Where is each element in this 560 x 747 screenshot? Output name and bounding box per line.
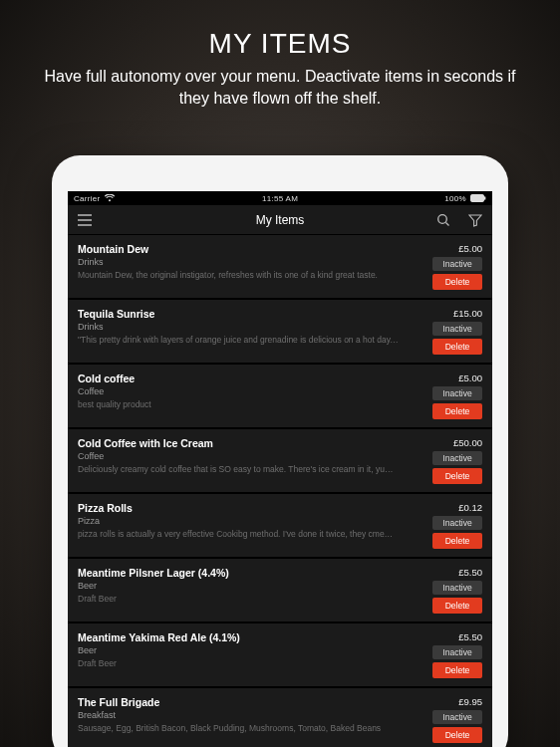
item-info: Cold Coffee with Ice CreamCoffeeDeliciou… bbox=[78, 437, 407, 484]
list-item[interactable]: Meantime Yakima Red Ale (4.1%)BeerDraft … bbox=[68, 623, 492, 686]
battery-icon bbox=[470, 194, 486, 202]
svg-point-2 bbox=[438, 214, 447, 223]
delete-button[interactable]: Delete bbox=[432, 662, 482, 678]
list-item[interactable]: The Full BrigadeBreakfastSausage, Egg, B… bbox=[68, 688, 492, 747]
item-price: £5.00 bbox=[458, 373, 482, 383]
item-actions: £5.00InactiveDelete bbox=[407, 373, 482, 419]
wifi-icon bbox=[105, 194, 115, 202]
item-info: Meantime Yakima Red Ale (4.1%)BeerDraft … bbox=[78, 631, 407, 678]
clock-label: 11:55 AM bbox=[262, 194, 298, 203]
item-description: Draft Beer bbox=[78, 658, 399, 668]
item-actions: £0.12InactiveDelete bbox=[407, 502, 482, 549]
list-item[interactable]: Cold coffeeCoffeebest quality product£5.… bbox=[68, 365, 492, 427]
item-info: Mountain DewDrinksMountain Dew, the orig… bbox=[78, 243, 407, 290]
item-price: £5.00 bbox=[458, 243, 482, 254]
item-category: Coffee bbox=[78, 451, 399, 461]
list-item[interactable]: Tequila SunriseDrinks"This pretty drink … bbox=[68, 300, 492, 363]
status-badge[interactable]: Inactive bbox=[432, 257, 482, 271]
item-info: The Full BrigadeBreakfastSausage, Egg, B… bbox=[78, 696, 407, 743]
item-description: pizza rolls is actually a very effective… bbox=[78, 529, 399, 539]
item-name: The Full Brigade bbox=[78, 696, 399, 708]
filter-icon[interactable] bbox=[466, 211, 484, 229]
status-badge[interactable]: Inactive bbox=[432, 451, 482, 465]
status-badge[interactable]: Inactive bbox=[432, 581, 482, 595]
promo-header: MY ITEMS Have full autonomy over your me… bbox=[0, 0, 560, 119]
item-actions: £5.50InactiveDelete bbox=[407, 631, 482, 678]
status-bar: Carrier 11:55 AM 100% bbox=[68, 191, 492, 205]
item-category: Drinks bbox=[78, 322, 399, 332]
tablet-frame: Carrier 11:55 AM 100% My Items bbox=[52, 155, 508, 747]
list-item[interactable]: Cold Coffee with Ice CreamCoffeeDeliciou… bbox=[68, 429, 492, 492]
item-name: Pizza Rolls bbox=[78, 502, 399, 514]
item-info: Tequila SunriseDrinks"This pretty drink … bbox=[78, 308, 407, 355]
promo-title: MY ITEMS bbox=[20, 28, 540, 60]
carrier-label: Carrier bbox=[74, 194, 101, 203]
item-info: Pizza RollsPizzapizza rolls is actually … bbox=[78, 502, 407, 549]
status-badge[interactable]: Inactive bbox=[432, 645, 482, 659]
delete-button[interactable]: Delete bbox=[432, 468, 482, 484]
nav-bar: My Items bbox=[68, 205, 492, 235]
delete-button[interactable]: Delete bbox=[432, 727, 482, 743]
page-title: My Items bbox=[256, 213, 305, 227]
item-actions: £15.00InactiveDelete bbox=[407, 308, 482, 355]
delete-button[interactable]: Delete bbox=[432, 403, 482, 419]
item-info: Cold coffeeCoffeebest quality product bbox=[78, 373, 407, 419]
item-description: Sausage, Egg, British Bacon, Black Puddi… bbox=[78, 723, 399, 733]
menu-icon[interactable] bbox=[76, 211, 94, 229]
item-name: Mountain Dew bbox=[78, 243, 399, 255]
status-badge[interactable]: Inactive bbox=[432, 516, 482, 530]
promo-subtitle: Have full autonomy over your menu. Deact… bbox=[31, 66, 529, 109]
delete-button[interactable]: Delete bbox=[432, 339, 482, 355]
delete-button[interactable]: Delete bbox=[432, 598, 482, 614]
item-name: Tequila Sunrise bbox=[78, 308, 399, 320]
item-category: Coffee bbox=[78, 386, 399, 396]
app-screen: Carrier 11:55 AM 100% My Items bbox=[68, 191, 492, 747]
item-name: Cold Coffee with Ice Cream bbox=[78, 437, 399, 449]
delete-button[interactable]: Delete bbox=[432, 274, 482, 290]
item-actions: £5.00InactiveDelete bbox=[407, 243, 482, 290]
list-item[interactable]: Mountain DewDrinksMountain Dew, the orig… bbox=[68, 235, 492, 298]
status-badge[interactable]: Inactive bbox=[432, 322, 482, 336]
item-description: best quality product bbox=[78, 399, 399, 409]
item-price: £50.00 bbox=[453, 437, 482, 448]
list-item[interactable]: Meantime Pilsner Lager (4.4%)BeerDraft B… bbox=[68, 559, 492, 622]
item-actions: £9.95InactiveDelete bbox=[407, 696, 482, 743]
item-info: Meantime Pilsner Lager (4.4%)BeerDraft B… bbox=[78, 567, 407, 614]
item-actions: £50.00InactiveDelete bbox=[407, 437, 482, 484]
search-icon[interactable] bbox=[434, 211, 452, 229]
item-description: Draft Beer bbox=[78, 594, 399, 604]
item-description: "This pretty drink with layers of orange… bbox=[78, 335, 399, 345]
item-description: Deliciously creamy cold coffee that is S… bbox=[78, 464, 399, 474]
delete-button[interactable]: Delete bbox=[432, 533, 482, 549]
item-price: £0.12 bbox=[458, 502, 482, 513]
item-price: £9.95 bbox=[458, 696, 482, 707]
items-list[interactable]: Mountain DewDrinksMountain Dew, the orig… bbox=[68, 235, 492, 747]
status-badge[interactable]: Inactive bbox=[432, 386, 482, 400]
item-description: Mountain Dew, the original instigator, r… bbox=[78, 270, 399, 280]
item-category: Beer bbox=[78, 645, 399, 655]
svg-rect-1 bbox=[484, 196, 485, 199]
item-price: £5.50 bbox=[458, 567, 482, 578]
item-name: Meantime Pilsner Lager (4.4%) bbox=[78, 567, 399, 579]
item-name: Meantime Yakima Red Ale (4.1%) bbox=[78, 631, 399, 643]
battery-pct: 100% bbox=[444, 194, 466, 203]
item-price: £5.50 bbox=[458, 631, 482, 642]
svg-rect-0 bbox=[471, 195, 484, 202]
status-badge[interactable]: Inactive bbox=[432, 710, 482, 724]
item-category: Beer bbox=[78, 581, 399, 591]
item-name: Cold coffee bbox=[78, 373, 399, 384]
item-category: Breakfast bbox=[78, 710, 399, 720]
list-item[interactable]: Pizza RollsPizzapizza rolls is actually … bbox=[68, 494, 492, 557]
item-actions: £5.50InactiveDelete bbox=[407, 567, 482, 614]
item-category: Drinks bbox=[78, 257, 399, 267]
item-price: £15.00 bbox=[453, 308, 482, 319]
item-category: Pizza bbox=[78, 516, 399, 526]
